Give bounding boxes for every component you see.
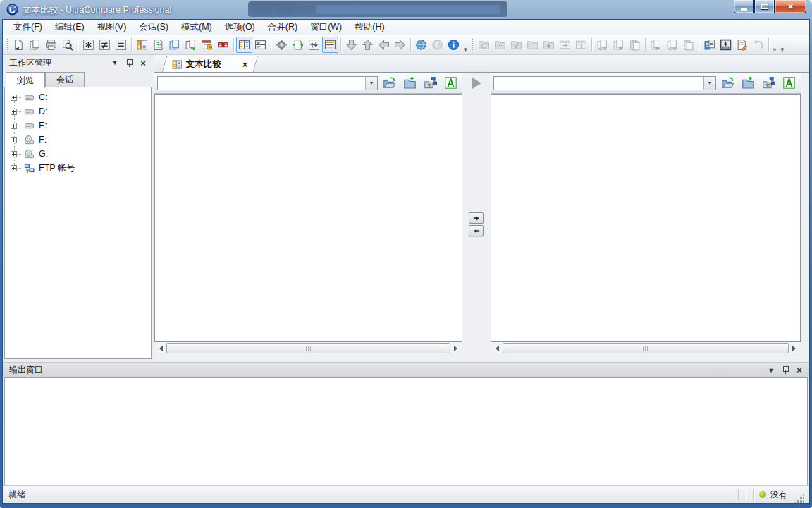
show-matching-icon[interactable] — [113, 37, 129, 53]
merge-files-icon[interactable] — [183, 37, 199, 53]
workspace-tab-session[interactable]: 会话 — [45, 72, 85, 87]
right-open-file-icon[interactable] — [718, 75, 737, 92]
merge-differences-icon[interactable] — [215, 37, 231, 53]
left-path-dropdown-chevron-icon[interactable]: ▼ — [365, 77, 377, 90]
right-path-dropdown-chevron-icon[interactable]: ▼ — [703, 77, 715, 90]
expand-plus-icon[interactable] — [11, 137, 17, 143]
menu-help[interactable]: 帮助(H) — [348, 19, 390, 35]
folder-compare-icon[interactable] — [476, 37, 492, 53]
toolbar-grip[interactable] — [472, 38, 474, 52]
merge-all-icon[interactable] — [664, 37, 680, 53]
show-all-icon[interactable] — [80, 37, 97, 53]
settings-gear-icon[interactable] — [273, 37, 290, 53]
tab-text-compare[interactable]: 文本比较 × — [162, 56, 259, 72]
toolbar-grip[interactable] — [6, 38, 8, 52]
print-preview-icon[interactable] — [59, 37, 75, 53]
right-path-combobox[interactable]: ▼ — [493, 76, 716, 90]
export-document-icon[interactable] — [11, 37, 27, 53]
edit-file-icon[interactable] — [734, 37, 750, 53]
scroll-right-arrow-icon[interactable] — [789, 342, 801, 354]
expand-plus-icon[interactable] — [11, 109, 17, 115]
web-globe-icon[interactable] — [413, 37, 429, 53]
left-open-file-icon[interactable] — [380, 75, 398, 92]
right-encoding-a-icon[interactable] — [780, 75, 798, 92]
expand-plus-icon[interactable] — [11, 151, 17, 157]
next-file-icon[interactable] — [392, 37, 408, 53]
right-path-input[interactable] — [494, 77, 703, 90]
output-close-icon[interactable]: × — [794, 365, 805, 375]
compare-selected-icon[interactable] — [701, 37, 718, 53]
web-forum-icon[interactable] — [429, 37, 445, 53]
resize-grip[interactable] — [794, 494, 804, 503]
vertical-split-view-icon[interactable] — [236, 37, 252, 53]
expand-plus-icon[interactable] — [11, 123, 17, 129]
all-lines-view-icon[interactable] — [322, 37, 338, 53]
menu-mode[interactable]: 模式(M) — [175, 19, 219, 35]
expand-plus-icon[interactable] — [11, 165, 17, 171]
workspace-tab-browse[interactable]: 浏览 — [6, 72, 45, 88]
copy-result-clipboard-icon[interactable] — [680, 37, 696, 53]
right-text-area[interactable] — [491, 94, 801, 342]
start-compare-icon[interactable] — [465, 74, 488, 92]
minimize-button[interactable] — [734, 0, 754, 13]
print-icon[interactable] — [43, 37, 59, 53]
right-ftp-browse-icon[interactable] — [759, 75, 777, 92]
copy-session-icon[interactable] — [27, 37, 43, 53]
tab-close-icon[interactable]: × — [241, 60, 250, 69]
copy-to-right-icon[interactable] — [469, 212, 484, 224]
right-horizontal-scrollbar[interactable] — [491, 342, 801, 354]
toolbar-options-chevron[interactable]: ▾ — [462, 46, 469, 53]
folder-session-icon[interactable] — [524, 37, 541, 53]
window-help-icon[interactable] — [573, 37, 589, 53]
upload-folder-icon[interactable] — [541, 37, 557, 53]
menu-file[interactable]: 文件(F) — [7, 19, 49, 35]
tree-item-drive-e[interactable]: E: — [5, 119, 151, 133]
about-info-icon[interactable] — [445, 37, 462, 53]
swap-panes-icon[interactable] — [306, 37, 322, 53]
tree-item-drive-g[interactable]: G: — [5, 147, 151, 161]
left-path-combobox[interactable]: ▼ — [157, 76, 378, 90]
scroll-left-arrow-icon[interactable] — [154, 342, 166, 354]
menu-session[interactable]: 会话(S) — [133, 19, 175, 35]
left-browse-folder-icon[interactable] — [400, 75, 419, 92]
left-text-area[interactable] — [154, 94, 462, 342]
filtered-folder-compare-icon[interactable] — [508, 37, 524, 53]
previous-file-icon[interactable] — [376, 37, 392, 53]
binary-compare-icon[interactable] — [150, 37, 166, 53]
scroll-left-arrow-icon[interactable] — [491, 342, 503, 354]
menu-merge[interactable]: 合并(R) — [262, 19, 304, 35]
tree-item-drive-c[interactable]: C: — [5, 90, 151, 104]
merge-clipboard-icon[interactable] — [627, 37, 643, 53]
menu-view[interactable]: 视图(V) — [91, 19, 133, 35]
copy-files-icon[interactable] — [166, 37, 183, 53]
menu-edit[interactable]: 编辑(E) — [49, 19, 91, 35]
close-button[interactable]: × — [775, 0, 806, 13]
sync-by-date-icon[interactable] — [199, 37, 215, 53]
previous-difference-icon[interactable] — [359, 37, 376, 53]
copy-to-left-icon[interactable] — [469, 225, 484, 236]
left-path-input[interactable] — [158, 77, 365, 90]
left-ftp-browse-icon[interactable] — [421, 75, 439, 92]
undo-icon[interactable] — [750, 37, 766, 53]
expand-plus-icon[interactable] — [11, 95, 17, 101]
right-browse-folder-icon[interactable] — [739, 75, 757, 92]
binary-folder-compare-icon[interactable] — [492, 37, 508, 53]
window-session-icon[interactable] — [557, 37, 573, 53]
workspace-pin-icon[interactable] — [123, 58, 135, 68]
tree-item-drive-f[interactable]: F: — [5, 133, 151, 147]
text-compare-icon[interactable] — [134, 37, 150, 53]
workspace-menu-chevron-icon[interactable]: ▼ — [109, 58, 121, 68]
output-pin-icon[interactable] — [780, 365, 791, 375]
toolbar-options-chevron[interactable]: ▾ — [779, 46, 787, 53]
workspace-close-icon[interactable]: × — [137, 58, 149, 68]
left-horizontal-scrollbar[interactable] — [154, 342, 462, 354]
scrollbar-thumb[interactable] — [166, 343, 450, 353]
left-encoding-a-icon[interactable] — [441, 75, 460, 92]
maximize-button[interactable] — [754, 0, 775, 13]
merge-to-left-icon[interactable] — [648, 37, 664, 53]
show-differences-icon[interactable] — [97, 37, 113, 53]
output-menu-chevron-icon[interactable]: ▼ — [765, 365, 777, 375]
save-result-icon[interactable] — [718, 37, 734, 53]
merge-next-icon[interactable] — [610, 37, 627, 53]
sync-scrolling-icon[interactable] — [290, 37, 306, 53]
